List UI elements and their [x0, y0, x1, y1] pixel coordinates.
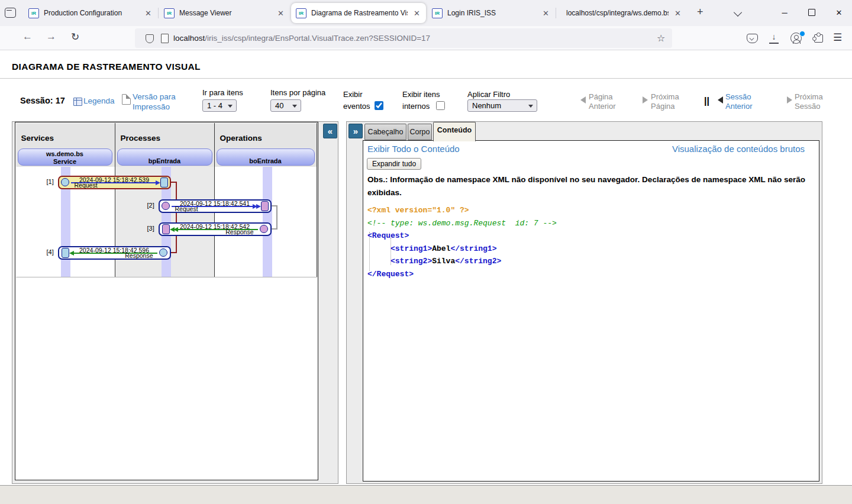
firefox-view-icon[interactable] — [5, 8, 16, 18]
iris-favicon: IR — [164, 8, 175, 18]
chevron-down-icon — [228, 105, 233, 108]
tab-title: localhost/csp/integra/ws.demo.bs.S — [566, 9, 669, 17]
next-page-arrow-icon — [643, 96, 648, 104]
tab-title: Message Viewer — [179, 9, 272, 17]
operations-column-header: Operations — [220, 134, 262, 143]
items-per-page-select[interactable]: 40 — [270, 99, 301, 112]
event-4-response[interactable]: 2024-09-12 15:18:42.596 Response — [58, 246, 171, 260]
previous-page-arrow-icon — [580, 96, 586, 104]
tab-title: Diagrama de Rastreamento Vis — [311, 9, 408, 17]
window-maximize-button[interactable] — [802, 4, 821, 21]
next-session-button[interactable]: PróximaSessão — [795, 92, 823, 111]
tab-list-chevron-icon[interactable] — [734, 8, 742, 17]
show-events-label-line2: eventos — [343, 102, 370, 111]
tab-close-icon[interactable]: ✕ — [144, 9, 153, 18]
tab-corpo[interactable]: Corpo — [408, 124, 432, 140]
extensions-icon[interactable] — [814, 34, 823, 43]
tracking-shield-icon[interactable] — [146, 34, 154, 43]
iris-favicon: IR — [296, 8, 306, 18]
tab-close-icon[interactable]: ✕ — [276, 9, 285, 18]
pocket-icon[interactable] — [747, 34, 758, 43]
print-icon — [122, 94, 131, 105]
show-events-checkbox[interactable] — [375, 101, 383, 110]
diagram-bottom-line — [16, 277, 317, 277]
browser-tab-message-viewer[interactable]: IR Message Viewer ✕ — [159, 3, 290, 23]
maximize-icon — [808, 9, 815, 16]
event-kind: Request — [175, 205, 198, 212]
apply-filter-label: Aplicar Filtro — [467, 90, 510, 99]
browser-tab-localhost[interactable]: localhost/csp/integra/ws.demo.bs.S ✕ — [557, 3, 687, 23]
trace-diagram: Services Processes Operations ws.demo.bs… — [16, 123, 318, 479]
menu-icon[interactable]: ☰ — [833, 31, 842, 44]
previous-page-button[interactable]: PáginaAnterior — [589, 92, 616, 111]
event-1-request[interactable]: 2024-09-12 15:18:42.539 Request — [58, 176, 171, 189]
back-button[interactable]: ← — [22, 31, 33, 43]
tab-cabecalho[interactable]: Cabeçalho — [364, 124, 406, 140]
raw-content-view-link[interactable]: Visualização de conteúdos brutos — [672, 144, 805, 154]
event-3-index: [3] — [147, 225, 154, 232]
event-kind: Response — [225, 228, 253, 235]
items-per-page-label: Itens por página — [270, 88, 325, 97]
browser-tab-login[interactable]: IR Login IRIS_ISS ✕ — [427, 3, 555, 23]
show-events-label-line1: Exibir — [343, 90, 363, 99]
show-all-content-link[interactable]: Exibir Todo o Conteúdo — [367, 144, 460, 154]
new-tab-button[interactable]: + — [697, 6, 703, 18]
page-footer — [0, 485, 852, 504]
chevron-down-icon — [292, 105, 297, 108]
tab-separator — [158, 8, 159, 18]
expand-diagram-button[interactable]: » — [348, 124, 363, 138]
page-info-icon[interactable] — [161, 34, 169, 43]
processes-column-header: Processes — [121, 134, 161, 143]
host-operation-button[interactable]: boEntrada — [217, 148, 315, 166]
pause-separator: || — [704, 96, 709, 106]
goto-items-select[interactable]: 1 - 4 — [202, 99, 237, 112]
show-internal-label-line2: internos — [402, 102, 430, 111]
iris-favicon: IR — [432, 8, 443, 18]
host-process-button[interactable]: bpEntrada — [117, 148, 212, 166]
url-host: localhost — [173, 34, 205, 43]
legend-link[interactable]: Legenda — [83, 96, 115, 105]
operation-lifeline — [263, 167, 272, 277]
browser-tab-bar: IR Production Configuration ✕ IR Message… — [0, 0, 852, 26]
tab-title: Production Configuration — [44, 9, 139, 17]
reload-button[interactable]: ↻ — [71, 31, 79, 43]
browser-tab-visual-trace[interactable]: IR Diagrama de Rastreamento Vis ✕ — [291, 3, 426, 23]
namespace-note: Obs.: Informação de namespace XML não di… — [367, 173, 805, 199]
legend-icon — [73, 98, 82, 106]
url-path: /iris_iss/csp/integra/EnsPortal.VisualTr… — [205, 34, 430, 43]
previous-session-arrow-icon — [718, 96, 723, 104]
event-2-request[interactable]: 2024-09-12 15:18:42.541 Request — [159, 199, 272, 213]
session-id: 17 — [56, 96, 65, 105]
show-internal-checkbox[interactable] — [436, 101, 445, 110]
event-2-index: [2] — [147, 202, 154, 209]
window-minimize-button[interactable]: ─ — [775, 4, 794, 21]
url-text[interactable]: localhost/iris_iss/csp/integra/EnsPortal… — [173, 34, 430, 43]
iris-favicon: IR — [28, 8, 39, 18]
window-close-button[interactable]: ✕ — [830, 4, 848, 21]
print-version-link[interactable]: Versão paraImpressão — [133, 92, 176, 112]
trace-connector-red — [176, 182, 177, 253]
previous-session-button[interactable]: SessãoAnterior — [725, 92, 753, 111]
expand-all-button[interactable]: Expandir tudo — [367, 158, 421, 170]
forward-button[interactable]: → — [46, 31, 56, 43]
tab-separator — [556, 8, 556, 18]
collapse-diagram-button[interactable]: « — [323, 124, 337, 138]
bookmark-star-icon[interactable]: ☆ — [657, 33, 665, 44]
next-page-button[interactable]: PróximaPágina — [651, 92, 679, 111]
event-3-response[interactable]: 2024-09-12 15:18:42.542 Response — [159, 222, 272, 236]
apply-filter-select[interactable]: Nenhum — [467, 99, 537, 112]
tab-conteudo[interactable]: Conteúdo — [433, 122, 476, 141]
session-label: Sessão: 17 — [20, 96, 65, 105]
event-kind: Request — [75, 182, 98, 189]
browser-tab-production-configuration[interactable]: IR Production Configuration ✕ — [24, 3, 157, 23]
tab-close-icon[interactable]: ✕ — [673, 9, 682, 18]
downloads-icon[interactable]: ↓ — [769, 32, 779, 44]
title-divider — [0, 78, 852, 79]
host-service-button[interactable]: ws.demo.bsService — [18, 148, 112, 166]
event-4-index: [4] — [47, 248, 54, 256]
tab-close-icon[interactable]: ✕ — [541, 9, 550, 18]
account-notification-dot — [799, 31, 805, 37]
tab-close-icon[interactable]: ✕ — [412, 9, 421, 18]
next-session-arrow-icon — [787, 96, 792, 104]
chevron-down-icon — [528, 105, 533, 108]
